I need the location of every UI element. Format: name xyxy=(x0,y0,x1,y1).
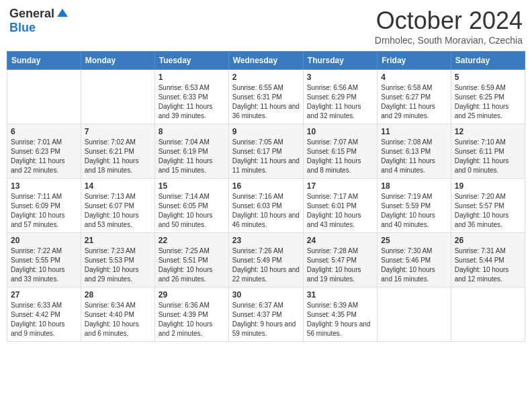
day-of-week-header: Wednesday xyxy=(228,52,303,70)
day-info: Sunrise: 7:31 AM Sunset: 5:44 PM Dayligh… xyxy=(455,246,521,284)
day-info: Sunrise: 7:07 AM Sunset: 6:15 PM Dayligh… xyxy=(307,138,373,175)
day-number: 22 xyxy=(159,236,225,245)
day-number: 10 xyxy=(307,127,373,136)
day-info: Sunrise: 7:10 AM Sunset: 6:11 PM Dayligh… xyxy=(455,138,521,175)
calendar-header: SundayMondayTuesdayWednesdayThursdayFrid… xyxy=(7,52,525,70)
calendar-cell xyxy=(7,70,81,124)
day-info: Sunrise: 7:19 AM Sunset: 5:59 PM Dayligh… xyxy=(381,192,447,230)
location-subtitle: Drnholec, South Moravian, Czechia xyxy=(375,35,523,46)
day-info: Sunrise: 6:56 AM Sunset: 6:29 PM Dayligh… xyxy=(307,83,373,121)
day-info: Sunrise: 7:23 AM Sunset: 5:53 PM Dayligh… xyxy=(85,246,151,284)
calendar-cell: 28Sunrise: 6:34 AM Sunset: 4:40 PM Dayli… xyxy=(81,287,154,342)
day-info: Sunrise: 7:26 AM Sunset: 5:49 PM Dayligh… xyxy=(232,246,300,284)
svg-marker-0 xyxy=(57,9,68,17)
day-number: 30 xyxy=(232,290,300,300)
day-number: 9 xyxy=(232,127,300,136)
day-number: 15 xyxy=(159,181,225,191)
day-number: 20 xyxy=(11,236,77,245)
day-number: 13 xyxy=(11,181,77,191)
day-info: Sunrise: 6:36 AM Sunset: 4:39 PM Dayligh… xyxy=(159,301,225,338)
day-number: 26 xyxy=(455,236,521,245)
calendar-cell: 29Sunrise: 6:36 AM Sunset: 4:39 PM Dayli… xyxy=(154,287,228,342)
calendar-body: 1Sunrise: 6:53 AM Sunset: 6:33 PM Daylig… xyxy=(7,70,525,342)
calendar-cell: 21Sunrise: 7:23 AM Sunset: 5:53 PM Dayli… xyxy=(81,233,154,287)
day-info: Sunrise: 6:59 AM Sunset: 6:25 PM Dayligh… xyxy=(455,83,521,121)
day-info: Sunrise: 7:08 AM Sunset: 6:13 PM Dayligh… xyxy=(381,138,447,175)
day-number: 6 xyxy=(11,127,77,136)
day-info: Sunrise: 7:16 AM Sunset: 6:03 PM Dayligh… xyxy=(232,192,300,230)
calendar-cell xyxy=(81,70,154,124)
calendar-cell: 9Sunrise: 7:05 AM Sunset: 6:17 PM Daylig… xyxy=(228,124,303,179)
day-number: 16 xyxy=(232,181,300,191)
title-area: October 2024 Drnholec, South Moravian, C… xyxy=(375,7,523,46)
day-of-week-header: Monday xyxy=(81,52,154,70)
day-of-week-header: Thursday xyxy=(303,52,377,70)
day-info: Sunrise: 6:53 AM Sunset: 6:33 PM Dayligh… xyxy=(159,83,225,121)
calendar-cell: 11Sunrise: 7:08 AM Sunset: 6:13 PM Dayli… xyxy=(378,124,451,179)
calendar-week-row: 27Sunrise: 6:33 AM Sunset: 4:42 PM Dayli… xyxy=(7,287,525,342)
calendar-table: SundayMondayTuesdayWednesdayThursdayFrid… xyxy=(7,51,525,342)
calendar-cell: 26Sunrise: 7:31 AM Sunset: 5:44 PM Dayli… xyxy=(451,233,525,287)
day-number: 12 xyxy=(455,127,521,136)
day-info: Sunrise: 7:25 AM Sunset: 5:51 PM Dayligh… xyxy=(159,246,225,284)
day-number: 21 xyxy=(85,236,151,245)
calendar-cell: 7Sunrise: 7:02 AM Sunset: 6:21 PM Daylig… xyxy=(81,124,154,179)
calendar-cell: 5Sunrise: 6:59 AM Sunset: 6:25 PM Daylig… xyxy=(451,70,525,124)
day-info: Sunrise: 7:30 AM Sunset: 5:46 PM Dayligh… xyxy=(381,246,447,284)
day-info: Sunrise: 7:28 AM Sunset: 5:47 PM Dayligh… xyxy=(307,246,373,284)
day-info: Sunrise: 7:04 AM Sunset: 6:19 PM Dayligh… xyxy=(159,138,225,175)
calendar-cell: 14Sunrise: 7:13 AM Sunset: 6:07 PM Dayli… xyxy=(81,179,154,233)
day-number: 8 xyxy=(159,127,225,136)
day-info: Sunrise: 7:02 AM Sunset: 6:21 PM Dayligh… xyxy=(85,138,151,175)
calendar-cell: 30Sunrise: 6:37 AM Sunset: 4:37 PM Dayli… xyxy=(228,287,303,342)
day-number: 29 xyxy=(159,290,225,300)
day-number: 28 xyxy=(85,290,151,300)
calendar-cell: 10Sunrise: 7:07 AM Sunset: 6:15 PM Dayli… xyxy=(303,124,377,179)
day-of-week-header: Friday xyxy=(378,52,451,70)
day-number: 5 xyxy=(455,73,521,82)
calendar-cell: 6Sunrise: 7:01 AM Sunset: 6:23 PM Daylig… xyxy=(7,124,81,179)
page-header: General Blue October 2024 Drnholec, Sout… xyxy=(7,7,525,46)
calendar-cell: 1Sunrise: 6:53 AM Sunset: 6:33 PM Daylig… xyxy=(154,70,228,124)
day-info: Sunrise: 7:05 AM Sunset: 6:17 PM Dayligh… xyxy=(232,138,300,175)
calendar-week-row: 20Sunrise: 7:22 AM Sunset: 5:55 PM Dayli… xyxy=(7,233,525,287)
day-info: Sunrise: 7:22 AM Sunset: 5:55 PM Dayligh… xyxy=(11,246,77,284)
calendar-cell: 8Sunrise: 7:04 AM Sunset: 6:19 PM Daylig… xyxy=(154,124,228,179)
calendar-week-row: 6Sunrise: 7:01 AM Sunset: 6:23 PM Daylig… xyxy=(7,124,525,179)
calendar-cell: 4Sunrise: 6:58 AM Sunset: 6:27 PM Daylig… xyxy=(378,70,451,124)
day-of-week-header: Tuesday xyxy=(154,52,228,70)
day-info: Sunrise: 7:13 AM Sunset: 6:07 PM Dayligh… xyxy=(85,192,151,230)
calendar-cell: 23Sunrise: 7:26 AM Sunset: 5:49 PM Dayli… xyxy=(228,233,303,287)
days-header-row: SundayMondayTuesdayWednesdayThursdayFrid… xyxy=(7,52,525,70)
day-number: 17 xyxy=(307,181,373,191)
month-title: October 2024 xyxy=(375,7,523,35)
calendar-cell: 17Sunrise: 7:17 AM Sunset: 6:01 PM Dayli… xyxy=(303,179,377,233)
day-number: 1 xyxy=(159,73,225,82)
day-number: 23 xyxy=(232,236,300,245)
calendar-cell xyxy=(378,287,451,342)
day-info: Sunrise: 6:55 AM Sunset: 6:31 PM Dayligh… xyxy=(232,83,300,121)
calendar-week-row: 1Sunrise: 6:53 AM Sunset: 6:33 PM Daylig… xyxy=(7,70,525,124)
day-info: Sunrise: 7:14 AM Sunset: 6:05 PM Dayligh… xyxy=(159,192,225,230)
calendar-cell: 16Sunrise: 7:16 AM Sunset: 6:03 PM Dayli… xyxy=(228,179,303,233)
calendar-cell: 3Sunrise: 6:56 AM Sunset: 6:29 PM Daylig… xyxy=(303,70,377,124)
logo-blue-text: Blue xyxy=(9,21,36,35)
day-number: 7 xyxy=(85,127,151,136)
day-info: Sunrise: 7:17 AM Sunset: 6:01 PM Dayligh… xyxy=(307,192,373,230)
calendar-cell: 25Sunrise: 7:30 AM Sunset: 5:46 PM Dayli… xyxy=(378,233,451,287)
calendar-cell: 2Sunrise: 6:55 AM Sunset: 6:31 PM Daylig… xyxy=(228,70,303,124)
calendar-cell: 13Sunrise: 7:11 AM Sunset: 6:09 PM Dayli… xyxy=(7,179,81,233)
day-info: Sunrise: 6:39 AM Sunset: 4:35 PM Dayligh… xyxy=(307,301,373,338)
logo: General Blue xyxy=(9,7,69,35)
calendar-cell: 19Sunrise: 7:20 AM Sunset: 5:57 PM Dayli… xyxy=(451,179,525,233)
calendar-cell: 31Sunrise: 6:39 AM Sunset: 4:35 PM Dayli… xyxy=(303,287,377,342)
calendar-week-row: 13Sunrise: 7:11 AM Sunset: 6:09 PM Dayli… xyxy=(7,179,525,233)
day-info: Sunrise: 6:58 AM Sunset: 6:27 PM Dayligh… xyxy=(381,83,447,121)
day-number: 11 xyxy=(381,127,447,136)
day-number: 24 xyxy=(307,236,373,245)
logo-icon xyxy=(56,7,69,21)
day-number: 18 xyxy=(381,181,447,191)
day-info: Sunrise: 6:34 AM Sunset: 4:40 PM Dayligh… xyxy=(85,301,151,338)
day-number: 14 xyxy=(85,181,151,191)
day-info: Sunrise: 6:37 AM Sunset: 4:37 PM Dayligh… xyxy=(232,301,300,338)
